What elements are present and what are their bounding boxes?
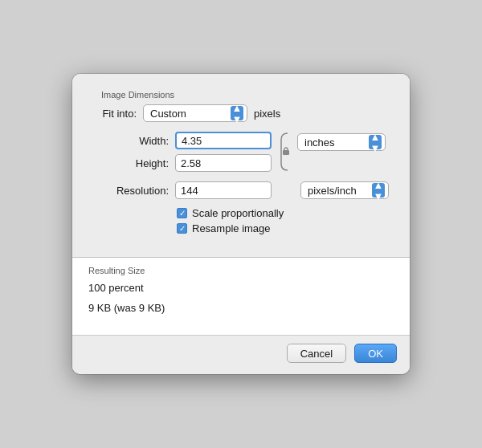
fit-into-row: Fit into: Custom ▲ ▼ pixels bbox=[88, 104, 394, 122]
scale-label: Scale proportionally bbox=[192, 207, 284, 219]
resample-label: Resample image bbox=[192, 222, 271, 234]
width-row: Width: bbox=[104, 132, 272, 149]
svg-rect-1 bbox=[283, 150, 289, 155]
height-input[interactable] bbox=[175, 154, 272, 172]
resample-checkbox[interactable] bbox=[177, 223, 187, 234]
resolution-unit-arrows[interactable]: ▲ ▼ bbox=[372, 183, 385, 198]
unit-select-col: inches ▲ ▼ bbox=[297, 133, 386, 151]
button-row: Cancel OK bbox=[72, 335, 410, 374]
image-dimensions-section: Image Dimensions Fit into: Custom ▲ ▼ pi… bbox=[72, 74, 410, 249]
resolution-row: Resolution: pixels/inch ▲ ▼ bbox=[88, 181, 394, 199]
lock-bracket bbox=[276, 132, 292, 172]
fit-into-arrows[interactable]: ▲ ▼ bbox=[231, 106, 243, 120]
dimensions-section: Width: Height: bbox=[88, 132, 394, 177]
image-dimensions-label: Image Dimensions bbox=[88, 82, 394, 104]
fit-into-label: Fit into: bbox=[88, 108, 137, 120]
scale-checkbox-row: Scale proportionally bbox=[88, 206, 394, 221]
width-label: Width: bbox=[104, 135, 169, 147]
width-input[interactable] bbox=[175, 132, 272, 149]
fit-into-value: Custom bbox=[150, 108, 227, 120]
unit-arrows[interactable]: ▲ ▼ bbox=[369, 135, 382, 149]
cancel-button[interactable]: Cancel bbox=[287, 344, 346, 363]
resolution-input[interactable] bbox=[175, 181, 272, 199]
resolution-label: Resolution: bbox=[104, 185, 169, 197]
result-size: 9 KB (was 9 KB) bbox=[88, 302, 394, 314]
scale-checkbox[interactable] bbox=[177, 208, 187, 218]
unit-select[interactable]: inches ▲ ▼ bbox=[297, 133, 386, 151]
fit-into-select[interactable]: Custom ▲ ▼ bbox=[143, 104, 247, 122]
resample-checkbox-row: Resample image bbox=[88, 221, 394, 236]
resulting-size-section: Resulting Size 100 percent 9 KB (was 9 K… bbox=[72, 258, 410, 335]
ok-button[interactable]: OK bbox=[354, 344, 397, 363]
pixels-label: pixels bbox=[254, 108, 280, 120]
resolution-unit-value: pixels/inch bbox=[308, 185, 369, 197]
result-percent: 100 percent bbox=[88, 282, 394, 294]
dim-fields: Width: Height: bbox=[104, 132, 272, 177]
unit-value: inches bbox=[304, 136, 366, 149]
height-row: Height: bbox=[104, 154, 272, 172]
height-label: Height: bbox=[104, 157, 169, 169]
resulting-size-label: Resulting Size bbox=[88, 266, 394, 282]
dialog: Image Dimensions Fit into: Custom ▲ ▼ pi… bbox=[72, 74, 410, 374]
resolution-unit-select[interactable]: pixels/inch ▲ ▼ bbox=[300, 181, 389, 199]
